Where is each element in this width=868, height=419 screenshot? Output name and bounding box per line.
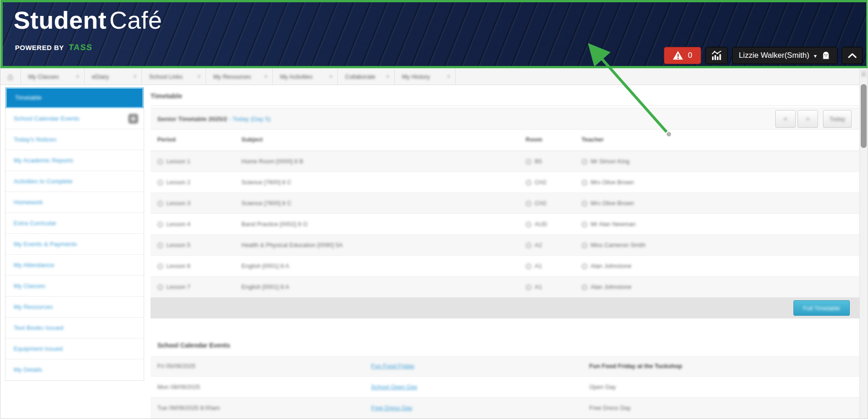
room-icon	[526, 180, 532, 186]
powered-by-label: POWERED BY	[15, 44, 64, 51]
timetable-row-3[interactable]: Lesson 3 Science [7600] 8 C CH2 Mrs Oliv…	[151, 193, 860, 214]
clock-icon	[157, 201, 163, 207]
calendar-event-row-1: Fri 05/09/2025 Fun Food Friday Fun Food …	[151, 356, 860, 377]
nav-item-ediary[interactable]: eDiary▾	[85, 68, 142, 85]
ghost-icon	[821, 51, 831, 61]
app-logo: StudentCafé	[14, 6, 162, 34]
column-header-teacher: Teacher	[582, 130, 604, 150]
chevron-up-icon	[847, 50, 858, 61]
timetable-day-nav: < > Today	[775, 110, 852, 128]
room-icon	[526, 222, 532, 227]
sidebar-item-my-attendance[interactable]: My Attendance	[5, 255, 144, 276]
home-icon: ⌂	[8, 72, 13, 81]
calendar-events-title: School Calendar Events	[157, 339, 230, 351]
app-header: StudentCafé POWERED BY TASS 0 Lizzie Wal…	[0, 0, 868, 68]
sidebar-item-equipment-issued[interactable]: Equipment Issued	[5, 338, 144, 359]
nav-item-my-history[interactable]: My History▾	[395, 68, 456, 85]
event-date: Tue 09/09/2025 8:00am	[157, 398, 220, 419]
warning-triangle-icon	[672, 50, 683, 61]
event-link[interactable]: School Open Day	[371, 377, 417, 398]
alert-count: 0	[688, 51, 692, 60]
prev-day-button[interactable]: <	[775, 110, 796, 128]
chevron-down-icon: ▾	[134, 74, 136, 79]
column-header-room: Room	[526, 130, 542, 150]
event-date: Fri 05/09/2025	[157, 356, 196, 377]
event-link[interactable]: Fun Food Friday	[371, 356, 414, 377]
timetable-section-header: Senior Timetable 2025/2 - Today (Day 5) …	[151, 108, 860, 130]
clock-icon	[157, 284, 163, 290]
timetable-row-4[interactable]: Lesson 4 Band Practice [0002] 8 O AUD Mr…	[151, 214, 860, 235]
timetable-row-2[interactable]: Lesson 2 Science [7600] 8 C CH2 Mrs Oliv…	[151, 172, 860, 193]
header-actions: 0 Lizzie Walker(Smith) ▾	[664, 46, 863, 65]
timetable-row-7[interactable]: Lesson 7 English [0001] 8 A A1 Alan John…	[151, 277, 860, 298]
timetable-row-1[interactable]: Lesson 1 Home Room [0000] 8 B B5 Mr Simo…	[151, 151, 860, 172]
main-navbar: ⌂ My Classes▾ eDiary▾ School Links▾ My R…	[0, 68, 868, 85]
clock-icon	[157, 242, 163, 248]
event-date: Mon 08/09/2025	[157, 377, 200, 398]
sidebar-item-homework[interactable]: Homework	[5, 192, 144, 213]
timetable-column-headers: Period Subject Room Teacher	[151, 130, 860, 151]
sidebar-item-my-resources[interactable]: My Resources	[5, 297, 144, 318]
alerts-button[interactable]: 0	[664, 47, 701, 64]
sidebar-item-todays-notices[interactable]: Today's Notices	[5, 129, 144, 150]
clock-icon	[157, 222, 163, 227]
sidebar-item-my-classes[interactable]: My Classes	[5, 276, 144, 297]
event-description: Open Day	[589, 377, 616, 398]
user-name: Lizzie Walker(Smith)	[739, 51, 809, 60]
sidebar-item-my-details[interactable]: My Details	[5, 359, 144, 380]
sidebar-item-my-events-payments[interactable]: My Events & Payments	[5, 234, 144, 255]
chevron-down-icon: ▾	[265, 74, 267, 79]
sidebar-item-text-books-issued[interactable]: Text Books Issued	[5, 318, 144, 338]
analytics-button[interactable]	[705, 47, 728, 64]
teacher-icon	[582, 159, 587, 165]
nav-item-my-resources[interactable]: My Resources▾	[206, 68, 273, 85]
column-header-period: Period	[157, 130, 176, 150]
clock-icon	[157, 180, 163, 186]
next-day-button[interactable]: >	[798, 110, 818, 128]
student-cafe-app: StudentCafé POWERED BY TASS 0 Lizzie Wal…	[0, 0, 868, 419]
tass-brand-logo: TASS	[68, 43, 93, 52]
sidebar-item-my-academic-reports[interactable]: My Academic Reports	[5, 150, 144, 171]
sidebar-item-school-calendar-events[interactable]: School Calendar Events	[5, 108, 144, 129]
column-header-subject: Subject	[241, 130, 263, 150]
calendar-event-row-3: Tue 09/09/2025 8:00am Free Dress Day Fre…	[151, 398, 860, 419]
clock-icon	[157, 263, 163, 269]
clock-icon	[157, 159, 163, 165]
full-timetable-button[interactable]: Full Timetable	[793, 300, 850, 316]
nav-item-school-links[interactable]: School Links▾	[142, 68, 206, 85]
nav-item-my-activities[interactable]: My Activities▾	[273, 68, 338, 85]
chevron-down-icon: ▾	[198, 74, 200, 79]
powered-by: POWERED BY TASS	[15, 43, 93, 52]
timetable-row-6[interactable]: Lesson 6 English [0001] 8 A A1 Alan John…	[151, 256, 860, 277]
scroll-up-arrow-icon[interactable]: ▲	[861, 70, 867, 77]
vertical-scrollbar[interactable]: ▲	[859, 69, 868, 419]
logo-text-light: Café	[109, 6, 162, 34]
sidebar-item-timetable[interactable]: Timetable	[5, 87, 144, 108]
nav-item-collaborate[interactable]: Collaborate▾	[338, 68, 395, 85]
room-icon	[526, 242, 532, 248]
room-icon	[526, 284, 532, 290]
scrollbar-thumb[interactable]	[861, 84, 867, 148]
event-link[interactable]: Free Dress Day	[371, 398, 412, 419]
chevron-down-icon: ▾	[386, 74, 389, 79]
timetable-title: Senior Timetable 2025/2 - Today (Day 5)	[157, 108, 271, 130]
sidebar: Timetable School Calendar Events Today's…	[5, 87, 144, 381]
collapse-header-button[interactable]	[842, 47, 863, 64]
page-title: Timetable	[151, 88, 860, 106]
sidebar-item-activities-to-complete[interactable]: Activities to Complete	[5, 171, 144, 192]
timetable-footer: Full Timetable	[151, 298, 860, 318]
timetable-row-5[interactable]: Lesson 5 Health & Physical Education [00…	[151, 235, 860, 256]
nav-item-my-classes[interactable]: My Classes▾	[21, 68, 85, 85]
chevron-down-icon: ▾	[447, 74, 450, 79]
today-button[interactable]: Today	[823, 110, 852, 128]
calendar-event-row-2: Mon 08/09/2025 School Open Day Open Day	[151, 377, 860, 398]
chevron-down-icon: ▾	[814, 53, 817, 59]
room-icon	[526, 263, 532, 269]
chart-icon	[711, 50, 722, 61]
home-button[interactable]: ⌂	[0, 68, 21, 85]
room-icon	[526, 159, 532, 165]
teacher-icon	[582, 180, 587, 186]
user-menu-button[interactable]: Lizzie Walker(Smith) ▾	[732, 47, 838, 64]
event-description: Free Dress Day	[589, 398, 631, 419]
sidebar-item-extra-curricular[interactable]: Extra Curricular	[5, 213, 144, 234]
